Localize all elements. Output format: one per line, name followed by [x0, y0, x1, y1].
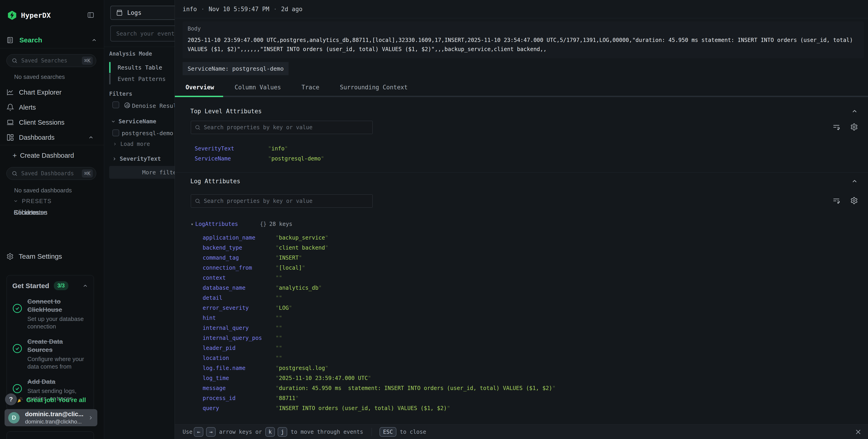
- log-attribute-row[interactable]: connection_from [local]: [175, 264, 868, 275]
- attribute-key[interactable]: log.file.name: [203, 365, 276, 371]
- log-attribute-row[interactable]: context: [175, 275, 868, 285]
- log-attribute-row[interactable]: message duration: 45.950 ms statement: I…: [175, 385, 868, 395]
- log-attribute-row[interactable]: leader_pid: [175, 345, 868, 355]
- filter-group-servicename[interactable]: ServiceName: [111, 118, 156, 125]
- get-started-task[interactable]: Connect to ClickHouse Set up your databa…: [12, 297, 88, 330]
- log-attribute-row[interactable]: internal_query: [175, 325, 868, 335]
- create-dashboard-button[interactable]: + Create Dashboard: [12, 151, 74, 160]
- attribute-value[interactable]: client backend: [276, 245, 328, 251]
- attribute-value[interactable]: [276, 335, 282, 341]
- attribute-value[interactable]: [276, 345, 282, 351]
- tab-column-values[interactable]: Column Values: [235, 84, 281, 96]
- attribute-value[interactable]: [276, 315, 282, 321]
- attribute-value[interactable]: [276, 325, 282, 331]
- attribute-key[interactable]: connection_from: [203, 264, 276, 271]
- attribute-key[interactable]: process_id: [203, 395, 276, 401]
- log-attribute-row[interactable]: hint: [175, 315, 868, 325]
- wrap-lines-icon[interactable]: [832, 123, 840, 131]
- attribute-value[interactable]: INSERT: [276, 255, 302, 261]
- denoise-checkbox[interactable]: [113, 101, 119, 108]
- log-attribute-row[interactable]: location: [175, 355, 868, 365]
- tab-surrounding-context[interactable]: Surrounding Context: [340, 84, 408, 96]
- attribute-value[interactable]: [276, 355, 282, 361]
- close-icon[interactable]: [855, 429, 862, 435]
- attribute-value[interactable]: backup_service: [276, 234, 328, 241]
- attribute-row[interactable]: ServiceName postgresql-demo: [175, 155, 868, 165]
- attribute-value[interactable]: 2025-11-10 23:59:47.000 UTC: [276, 375, 371, 381]
- sidebar-item-client-sessions[interactable]: Client Sessions: [0, 115, 104, 129]
- wrap-lines-icon[interactable]: [832, 197, 840, 205]
- saved-searches-field[interactable]: [21, 57, 82, 64]
- chevron-up-icon[interactable]: [851, 178, 858, 185]
- attribute-key[interactable]: internal_query_pos: [203, 335, 276, 341]
- attribute-value[interactable]: [276, 295, 282, 301]
- attribute-key[interactable]: message: [203, 385, 276, 391]
- root-key[interactable]: LogAttributes: [195, 221, 238, 227]
- property-search-input[interactable]: [204, 198, 369, 204]
- attribute-key[interactable]: database_name: [203, 285, 276, 291]
- filter-value-label[interactable]: postgresql-demo: [122, 130, 173, 136]
- log-attribute-row[interactable]: log.file.name postgresql.log: [175, 365, 868, 375]
- gear-icon[interactable]: [850, 123, 858, 131]
- log-attribute-row[interactable]: application_name backup_service: [175, 234, 868, 245]
- attribute-key[interactable]: hint: [203, 315, 276, 321]
- sidebar-item-dashboards[interactable]: Dashboards: [0, 130, 104, 145]
- attribute-key[interactable]: query: [203, 405, 276, 411]
- user-account-button[interactable]: D dominic.tran@clic... dominic.tran@clic…: [5, 409, 97, 426]
- attribute-value[interactable]: LOG: [276, 305, 292, 311]
- sidebar-item-chart-explorer[interactable]: Chart Explorer: [0, 85, 104, 99]
- log-attribute-row[interactable]: internal_query_pos: [175, 335, 868, 345]
- tab-overview[interactable]: Overview: [186, 84, 214, 96]
- attribute-key[interactable]: application_name: [203, 234, 276, 241]
- chevron-up-icon[interactable]: [88, 134, 94, 140]
- service-name-tag[interactable]: ServiceName: postgresql-demo: [183, 62, 288, 75]
- attribute-value[interactable]: 88711: [276, 395, 299, 401]
- attribute-key[interactable]: error_severity: [203, 305, 276, 311]
- log-attribute-row[interactable]: command_tag INSERT: [175, 255, 868, 264]
- sidebar-item-alerts[interactable]: Alerts: [0, 100, 104, 115]
- attribute-value[interactable]: [local]: [276, 264, 305, 271]
- log-attribute-row[interactable]: database_name analytics_db: [175, 285, 868, 295]
- sidebar-item-team-settings[interactable]: Team Settings: [6, 251, 62, 262]
- log-attribute-row[interactable]: detail: [175, 295, 868, 305]
- property-search-input[interactable]: [204, 124, 369, 131]
- saved-dashboards-input[interactable]: ⌘K: [6, 167, 96, 180]
- sidebar-item-search[interactable]: Search: [6, 36, 97, 45]
- help-button[interactable]: ?: [5, 394, 17, 405]
- chevron-up-icon[interactable]: [851, 108, 858, 115]
- presets-header[interactable]: PRESETS: [13, 197, 52, 205]
- attribute-key[interactable]: location: [203, 355, 276, 361]
- body-text[interactable]: 2025-11-10 23:59:47.000 UTC,postgres,ana…: [188, 36, 859, 54]
- attribute-key[interactable]: detail: [203, 295, 276, 301]
- property-search-box[interactable]: [191, 194, 373, 208]
- attribute-key[interactable]: SeverityText: [195, 146, 268, 152]
- log-attribute-row[interactable]: error_severity LOG: [175, 305, 868, 315]
- attribute-value[interactable]: info: [268, 146, 288, 152]
- attribute-row[interactable]: SeverityText info: [175, 146, 868, 155]
- attribute-key[interactable]: leader_pid: [203, 345, 276, 351]
- log-attribute-row[interactable]: backend_type client backend: [175, 245, 868, 255]
- attribute-key[interactable]: internal_query: [203, 325, 276, 331]
- attribute-value[interactable]: duration: 45.950 ms statement: INSERT IN…: [276, 385, 556, 391]
- preset-item[interactable]: Kubernetes: [14, 207, 48, 218]
- filter-group-severitytext[interactable]: SeverityText: [112, 155, 161, 162]
- attribute-value[interactable]: postgresql-demo: [268, 155, 324, 162]
- attribute-key[interactable]: command_tag: [203, 255, 276, 261]
- attribute-key[interactable]: ServiceName: [195, 155, 268, 162]
- mode-event-patterns[interactable]: Event Patterns: [109, 73, 166, 84]
- attribute-value[interactable]: postgresql.log: [276, 365, 328, 371]
- load-more-button[interactable]: Load more: [113, 141, 150, 147]
- saved-dashboards-field[interactable]: [21, 170, 82, 177]
- get-started-header[interactable]: Get Started 3/3: [12, 281, 88, 290]
- gear-icon[interactable]: [850, 197, 858, 205]
- saved-searches-input[interactable]: ⌘K: [6, 54, 96, 67]
- attribute-value[interactable]: analytics_db: [276, 285, 321, 291]
- log-attribute-row[interactable]: log_time 2025-11-10 23:59:47.000 UTC: [175, 375, 868, 385]
- get-started-task[interactable]: Create Data Sources Configure where your…: [12, 338, 88, 370]
- sidebar-collapse-icon[interactable]: [87, 11, 94, 19]
- attribute-value[interactable]: INSERT INTO orders (user_id, total) VALU…: [276, 405, 450, 411]
- chevron-up-icon[interactable]: [82, 283, 88, 289]
- log-attributes-root-row[interactable]: ▾ LogAttributes {}28 keys: [175, 219, 868, 229]
- mode-results-table[interactable]: Results Table: [109, 62, 162, 73]
- chevron-up-icon[interactable]: [91, 37, 97, 43]
